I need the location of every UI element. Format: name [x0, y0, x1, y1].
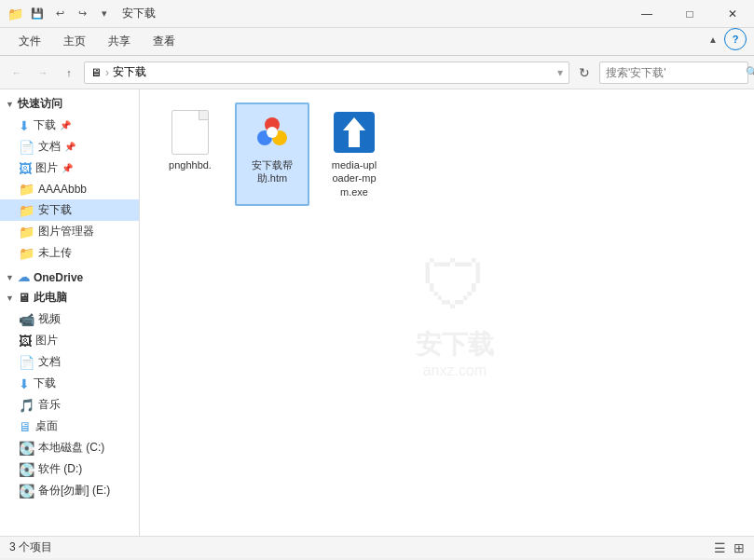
drive-e-icon: 💽 — [19, 484, 34, 499]
status-bar: 3 个项目 ☰ ⊞ — [0, 536, 754, 558]
sidebar-drive-e-label: 备份[勿删] (E:) — [38, 483, 110, 499]
drive-d-icon: 💽 — [19, 462, 34, 477]
content-area[interactable]: 🛡 安下载 anxz.com pnghhbd. — [140, 89, 754, 536]
minimize-button[interactable]: — — [625, 0, 668, 28]
sidebar-item-music[interactable]: 🎵 音乐 — [0, 394, 139, 416]
onedrive-label: OneDrive — [34, 271, 83, 284]
address-path[interactable]: 🖥 › 安下载 ▾ — [84, 61, 569, 84]
path-folder: 安下载 — [113, 64, 146, 80]
docs-pin-icon: 📌 — [64, 142, 75, 152]
sidebar-dl-label: 下载 — [34, 376, 56, 391]
drive-c-icon: 💽 — [19, 441, 34, 456]
file-item-uploader[interactable]: media-uploader-mpm.exe — [317, 102, 391, 206]
docs-icon: 📄 — [19, 140, 34, 155]
sidebar-item-document[interactable]: 📄 文档 — [0, 351, 139, 373]
sidebar-onedrive-header[interactable]: ▼ ☁ OneDrive — [0, 267, 139, 287]
qa-save-button[interactable]: 💾 — [27, 4, 48, 24]
svg-point-3 — [267, 127, 278, 138]
tab-view[interactable]: 查看 — [142, 28, 186, 55]
document-icon: 📄 — [19, 355, 34, 370]
sidebar-quick-access-header[interactable]: ▼ 快速访问 — [0, 93, 139, 115]
files-grid: pnghhbd. 安下载帮助.htm — [149, 99, 745, 210]
folder-anzaixai-icon: 📁 — [19, 203, 34, 218]
sidebar-item-pictures[interactable]: 🖼 图片 📌 — [0, 157, 139, 179]
sidebar-pc-header[interactable]: ▼ 🖥 此电脑 — [0, 287, 139, 308]
sidebar-docs-label: 文档 — [38, 139, 61, 155]
watermark-text: 安下载 — [416, 327, 494, 362]
search-input[interactable] — [606, 66, 746, 79]
sidebar-anzaixai-label: 安下载 — [38, 202, 72, 218]
maximize-button[interactable]: □ — [668, 0, 711, 28]
image-icon: 🖼 — [19, 334, 32, 348]
ribbon-collapse-button[interactable]: ▲ — [702, 28, 724, 50]
path-home-icon: 🖥 — [90, 66, 102, 79]
tab-file[interactable]: 文件 — [7, 28, 52, 55]
sidebar-item-download[interactable]: ⬇ 下载 📌 — [0, 115, 139, 136]
sidebar-item-drive-d[interactable]: 💽 软件 (D:) — [0, 458, 139, 480]
pc-icon: 🖥 — [18, 291, 30, 305]
sidebar-video-label: 视频 — [38, 311, 61, 327]
sidebar-download-label: 下载 — [34, 117, 56, 133]
qa-undo-button[interactable]: ↩ — [49, 4, 70, 24]
sidebar-item-anzaixai[interactable]: 📁 安下载 — [0, 199, 139, 221]
search-box[interactable]: 🔍 — [599, 61, 748, 84]
window-icon: 📁 — [7, 7, 23, 21]
tab-home[interactable]: 主页 — [52, 28, 97, 55]
file-label-htm: 安下载帮助.htm — [252, 158, 293, 185]
quick-access-label: 快速访问 — [18, 96, 62, 112]
ribbon-tabs: 文件 主页 共享 查看 ▲ ? — [0, 28, 754, 55]
music-icon: 🎵 — [19, 398, 34, 413]
file-label-uploader: media-uploader-mpm.exe — [332, 158, 377, 198]
grid-view-icon[interactable]: ⊞ — [733, 540, 745, 555]
search-icon: 🔍 — [746, 66, 754, 78]
sidebar-item-imgmanager[interactable]: 📁 图片管理器 — [0, 221, 139, 242]
up-button[interactable]: ↑ — [58, 61, 80, 84]
address-bar: ← → ↑ 🖥 › 安下载 ▾ ↻ 🔍 — [0, 56, 754, 89]
sidebar-item-dl[interactable]: ⬇ 下载 — [0, 373, 139, 394]
watermark: 🛡 安下载 anxz.com — [416, 247, 494, 379]
back-button[interactable]: ← — [6, 61, 28, 84]
pc-chevron: ▼ — [6, 294, 14, 303]
sidebar-item-aaaabbb[interactable]: 📁 AAAAbbb — [0, 179, 139, 199]
title-bar-left: 📁 💾 ↩ ↪ ▾ 安下载 — [7, 4, 156, 24]
file-icon-exe — [332, 110, 377, 155]
watermark-url: anxz.com — [423, 362, 487, 379]
quick-access-chevron: ▼ — [6, 100, 14, 109]
sidebar-image-label: 图片 — [35, 333, 58, 348]
sidebar-drive-d-label: 软件 (D:) — [38, 461, 82, 477]
qa-redo-button[interactable]: ↪ — [72, 4, 92, 24]
sidebar: ▼ 快速访问 ⬇ 下载 📌 📄 文档 📌 🖼 图片 📌 📁 AAAAbbb 📁 … — [0, 89, 140, 536]
quick-access-bar: 📁 💾 ↩ ↪ ▾ — [7, 4, 115, 24]
forward-button[interactable]: → — [32, 61, 54, 84]
status-right: ☰ ⊞ — [714, 540, 745, 555]
pictures-icon: 🖼 — [19, 161, 32, 176]
sidebar-item-docs[interactable]: 📄 文档 📌 — [0, 136, 139, 157]
title-text: 安下载 — [122, 6, 156, 21]
help-button[interactable]: ? — [724, 28, 747, 50]
qa-dropdown-button[interactable]: ▾ — [94, 4, 115, 24]
dl-icon: ⬇ — [19, 376, 30, 391]
title-bar: 📁 💾 ↩ ↪ ▾ 安下载 — □ ✕ — [0, 0, 754, 28]
sidebar-item-image[interactable]: 🖼 图片 — [0, 330, 139, 351]
tab-share[interactable]: 共享 — [97, 28, 142, 55]
sidebar-item-notuploaded[interactable]: 📁 未上传 — [0, 242, 139, 264]
pictures-pin-icon: 📌 — [62, 163, 73, 173]
list-view-icon[interactable]: ☰ — [714, 540, 726, 555]
pc-label: 此电脑 — [34, 290, 67, 306]
sidebar-item-drive-e[interactable]: 💽 备份[勿删] (E:) — [0, 480, 139, 501]
desktop-icon: 🖥 — [19, 419, 32, 434]
sidebar-item-desktop[interactable]: 🖥 桌面 — [0, 416, 139, 437]
folder-imgmanager-icon: 📁 — [19, 225, 34, 239]
sidebar-drive-c-label: 本地磁盘 (C:) — [38, 440, 104, 456]
file-label-pnghhbd: pnghhbd. — [169, 158, 212, 171]
sidebar-music-label: 音乐 — [38, 397, 61, 413]
close-button[interactable]: ✕ — [711, 0, 754, 28]
sidebar-aaaabbb-label: AAAAbbb — [38, 183, 87, 196]
file-item-anzaixai-htm[interactable]: 安下载帮助.htm — [235, 102, 309, 206]
file-item-pnghhbd[interactable]: pnghhbd. — [153, 102, 227, 206]
file-icon-htm — [250, 110, 295, 155]
sidebar-item-video[interactable]: 📹 视频 — [0, 308, 139, 330]
refresh-button[interactable]: ↻ — [573, 61, 596, 84]
sidebar-item-drive-c[interactable]: 💽 本地磁盘 (C:) — [0, 437, 139, 458]
folder-notuploaded-icon: 📁 — [19, 246, 34, 261]
